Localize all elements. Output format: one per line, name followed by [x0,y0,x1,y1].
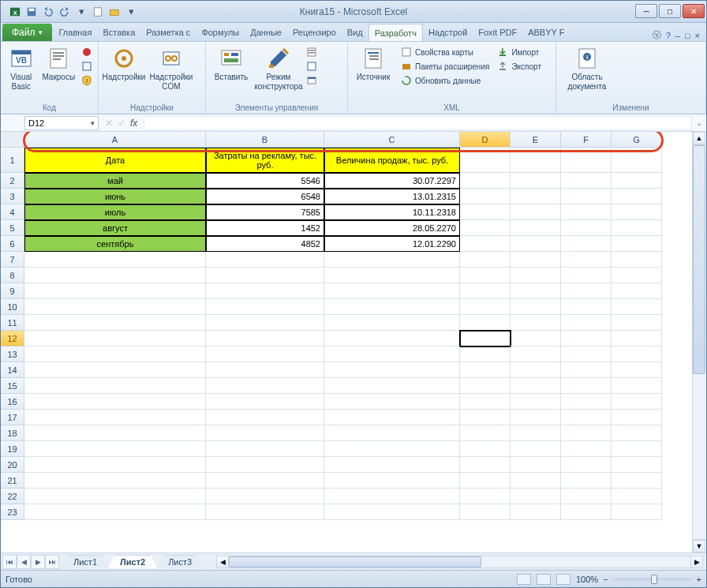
cell[interactable] [24,394,206,410]
cell[interactable] [24,315,206,331]
cell[interactable] [460,173,511,189]
cell[interactable] [561,189,612,204]
com-addins-button[interactable]: Надстройки COM [149,44,193,91]
cell[interactable] [460,410,511,425]
maximize-button[interactable]: □ [659,4,681,18]
undo-icon[interactable] [40,4,56,20]
cell[interactable]: август [24,220,206,236]
cell[interactable] [612,173,662,189]
record-macro-button[interactable] [79,46,95,58]
cell[interactable] [511,410,561,425]
cell[interactable] [206,252,324,268]
cell[interactable] [324,252,460,268]
cell[interactable] [24,473,206,489]
ribbon-tab[interactable]: Разработч [368,24,423,41]
cell[interactable] [511,378,561,394]
wb-restore-icon[interactable]: □ [685,31,690,40]
row-header[interactable]: 11 [1,315,24,331]
cell[interactable] [206,473,324,489]
row-header[interactable]: 13 [1,346,24,362]
cell[interactable] [511,315,561,331]
cell[interactable] [612,457,662,473]
cell[interactable] [561,504,612,520]
cell[interactable] [561,441,612,457]
sheet-nav-next-icon[interactable]: ▶ [31,555,45,569]
cell[interactable] [511,394,561,410]
column-header[interactable]: B [206,132,324,148]
column-header[interactable]: E [511,132,561,148]
cell[interactable] [324,504,460,520]
cell[interactable] [24,425,206,441]
fx-icon[interactable]: fx [130,118,137,129]
view-pagebreak-icon[interactable] [556,574,570,585]
cell[interactable] [460,189,511,204]
save-icon[interactable] [24,4,39,20]
cell[interactable] [612,346,662,362]
cell[interactable] [24,362,206,378]
cell[interactable] [511,204,561,220]
cell[interactable] [612,489,662,504]
row-header[interactable]: 20 [1,457,24,473]
formula-input[interactable] [144,116,692,130]
cell[interactable] [561,425,612,441]
insert-control-button[interactable]: Вставить [209,44,253,82]
cell[interactable] [24,268,206,283]
vertical-scrollbar[interactable]: ▲ ▼ [692,132,706,552]
cell[interactable]: 12.01.2290 [324,236,460,252]
cell[interactable] [460,441,511,457]
cell[interactable] [511,236,561,252]
cell[interactable] [206,268,324,283]
cell[interactable] [206,441,324,457]
cell[interactable] [561,299,612,315]
cell[interactable] [460,204,511,220]
redo-icon[interactable] [57,4,73,20]
cell[interactable] [24,489,206,504]
row-header[interactable]: 1 [1,148,24,173]
properties-button[interactable] [304,46,320,58]
qat-dropdown-icon[interactable]: ▾ [73,4,89,20]
cell[interactable] [460,425,511,441]
cell[interactable] [511,268,561,283]
cell[interactable] [460,457,511,473]
cell[interactable] [324,268,460,283]
cell[interactable] [511,441,561,457]
cell[interactable] [324,283,460,299]
cell[interactable] [612,189,662,204]
cell[interactable] [511,148,561,173]
ribbon-tab[interactable]: Вид [342,24,368,41]
cell[interactable] [612,204,662,220]
file-tab[interactable]: Файл▾ [2,24,52,41]
scroll-right-icon[interactable]: ▶ [690,556,703,568]
cell[interactable] [511,331,561,346]
row-header[interactable]: 9 [1,283,24,299]
view-code-button[interactable] [304,60,320,73]
cell[interactable]: 13.01.2315 [324,189,460,204]
ribbon-tab[interactable]: Разметка с [140,24,196,41]
cell[interactable] [24,457,206,473]
cell[interactable]: сентябрь [24,236,206,252]
cell[interactable] [511,457,561,473]
cell[interactable] [612,299,662,315]
cell[interactable] [561,148,612,173]
wb-minimize-icon[interactable]: – [675,31,680,40]
active-cell[interactable] [460,331,511,346]
qat-more-icon[interactable]: ▾ [123,4,139,20]
document-panel-button[interactable]: i Область документа [559,44,615,91]
cell[interactable] [206,331,324,346]
ribbon-tab[interactable]: Надстрой [423,24,473,41]
run-dialog-button[interactable] [304,74,320,87]
cell[interactable] [612,378,662,394]
ribbon-tab[interactable]: Рецензиро [287,24,342,41]
cell[interactable] [561,204,612,220]
sheet-nav-first-icon[interactable]: ⏮ [2,555,17,569]
cell[interactable] [511,425,561,441]
cell[interactable] [460,299,511,315]
cell[interactable] [24,252,206,268]
row-header[interactable]: 22 [1,489,24,504]
expansion-packs-button[interactable]: Пакеты расширения [398,60,492,73]
cell[interactable] [460,252,511,268]
sheet-tab[interactable]: Лист2 [108,555,157,568]
cell[interactable] [460,504,511,520]
row-header[interactable]: 19 [1,441,24,457]
cell[interactable]: июнь [24,189,206,204]
